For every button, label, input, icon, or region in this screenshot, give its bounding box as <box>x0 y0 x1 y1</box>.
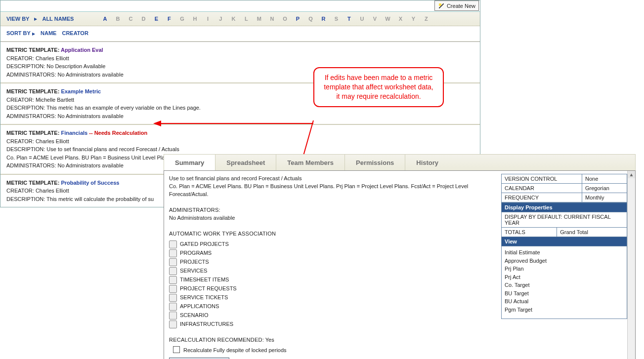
detail-tabs: SummarySpreadsheetTeam MembersPermission… <box>164 154 636 170</box>
tab-summary[interactable]: Summary <box>164 155 215 170</box>
alpha-letter-Q[interactable]: Q <box>304 16 317 22</box>
alpha-letter-R[interactable]: R <box>317 16 330 22</box>
alpha-letter-O[interactable]: O <box>278 16 291 22</box>
alpha-letter-L[interactable]: L <box>240 16 253 22</box>
listing-toolbar: Create New <box>0 0 480 12</box>
metric-template-label: METRIC TEMPLATE: <box>6 88 61 94</box>
template-description: DESCRIPTION: Use to set financial plans … <box>6 145 474 154</box>
alpha-letter-J[interactable]: J <box>214 16 227 22</box>
summary-content: Use to set financial plans and record Fo… <box>164 171 501 207</box>
alpha-letter-F[interactable]: F <box>163 16 175 22</box>
view-by-filter: VIEW BY ▶ ALL NAMES ABCDEFGHIJKLMNOPQRST… <box>0 12 480 26</box>
sort-by-name[interactable]: NAME <box>41 30 56 36</box>
create-new-button[interactable]: Create New <box>434 0 479 11</box>
alpha-letter-T[interactable]: T <box>343 16 355 22</box>
tab-team-members[interactable]: Team Members <box>276 155 344 170</box>
summary-description-2: Co. Plan = ACME Level Plans. BU Plan = B… <box>169 183 496 199</box>
template-link[interactable]: Probability of Success <box>61 180 119 186</box>
alpha-letter-M[interactable]: M <box>253 16 265 22</box>
alpha-letter-D[interactable]: D <box>137 16 150 22</box>
alpha-letter-H[interactable]: H <box>188 16 201 22</box>
template-link[interactable]: Example Metric <box>61 88 101 94</box>
view-by-all-link[interactable]: ALL NAMES <box>42 16 74 22</box>
property-value: Monthly <box>582 193 627 202</box>
scrollbar[interactable]: ▲ ▼ <box>627 171 635 207</box>
alpha-letter-K[interactable]: K <box>227 16 240 22</box>
metric-template-label: METRIC TEMPLATE: <box>6 180 61 186</box>
alpha-letter-G[interactable]: G <box>175 16 188 22</box>
property-key: CALENDAR <box>502 184 582 193</box>
alpha-letter-I[interactable]: I <box>201 16 214 22</box>
sort-by-creator[interactable]: CREATOR <box>62 30 88 36</box>
metric-template-label: METRIC TEMPLATE: <box>6 47 61 53</box>
sort-by-label: SORT BY <box>6 30 31 36</box>
sort-by-bar: SORT BY ▶ NAME CREATOR <box>0 26 480 41</box>
view-by-label: VIEW BY <box>6 16 29 22</box>
property-key: VERSION CONTROL <box>502 174 582 184</box>
template-link[interactable]: Application Eval <box>61 47 103 53</box>
properties-table: VERSION CONTROLNoneCALENDARGregorianFREQ… <box>501 174 627 202</box>
template-creator: CREATOR: Charles Elliott <box>6 54 474 63</box>
chevron-right-icon: ▶ <box>34 17 37 21</box>
alpha-letter-C[interactable]: C <box>124 16 137 22</box>
alpha-letter-X[interactable]: X <box>394 16 407 22</box>
property-row: VERSION CONTROLNone <box>502 174 627 184</box>
alpha-letter-A[interactable]: A <box>98 16 111 22</box>
wand-icon <box>438 2 445 9</box>
alpha-letter-Z[interactable]: Z <box>420 16 432 22</box>
alphabet-filter: ABCDEFGHIJKLMNOPQRSTUVWXYZ <box>98 16 432 22</box>
alpha-letter-E[interactable]: E <box>150 16 163 22</box>
display-properties-header: Display Properties <box>502 203 627 208</box>
display-properties-table: Display Properties DISPLAY BY DEFAULT: C… <box>501 202 627 207</box>
property-row: CALENDARGregorian <box>502 184 627 193</box>
tab-permissions[interactable]: Permissions <box>344 155 405 170</box>
template-link[interactable]: Financials <box>61 130 87 136</box>
metric-template-label: METRIC TEMPLATE: <box>6 130 61 136</box>
property-value: None <box>582 174 627 184</box>
template-creator: CREATOR: Charles Elliott <box>6 137 474 146</box>
property-row: FREQUENCYMonthly <box>502 193 627 202</box>
alpha-letter-Y[interactable]: Y <box>407 16 420 22</box>
alpha-letter-S[interactable]: S <box>330 16 343 22</box>
alpha-letter-N[interactable]: N <box>265 16 278 22</box>
detail-body: Use to set financial plans and record Fo… <box>164 170 636 207</box>
alpha-letter-P[interactable]: P <box>291 16 304 22</box>
alpha-letter-U[interactable]: U <box>355 16 368 22</box>
detail-panel: SummarySpreadsheetTeam MembersPermission… <box>164 154 636 207</box>
template-administrators: ADMINISTRATORS: No Administrators availa… <box>6 112 474 120</box>
alpha-letter-V[interactable]: V <box>368 16 381 22</box>
annotation-callout: If edits have been made to a metric temp… <box>313 67 444 107</box>
property-value: Gregorian <box>582 184 627 193</box>
property-key: FREQUENCY <box>502 193 582 202</box>
summary-description-1: Use to set financial plans and record Fo… <box>169 175 496 183</box>
scroll-up-icon[interactable]: ▲ <box>628 171 635 178</box>
tab-spreadsheet[interactable]: Spreadsheet <box>215 155 276 170</box>
alpha-letter-W[interactable]: W <box>381 16 394 22</box>
tab-history[interactable]: History <box>405 155 449 170</box>
alpha-letter-B[interactable]: B <box>111 16 124 22</box>
create-new-label: Create New <box>447 3 475 9</box>
chevron-right-icon: ▶ <box>32 32 35 36</box>
needs-recalculation-flag: -- Needs Recalculation <box>87 130 147 136</box>
summary-admins-label: ADMINISTRATORS: <box>169 206 496 207</box>
summary-side-panel: VERSION CONTROLNoneCALENDARGregorianFREQ… <box>501 171 627 207</box>
